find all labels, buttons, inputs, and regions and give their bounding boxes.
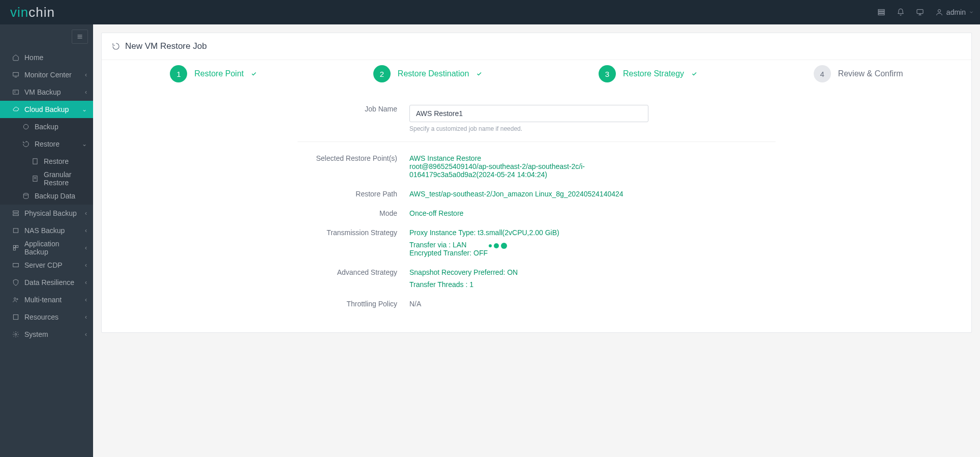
monitor-icon[interactable] bbox=[916, 8, 924, 16]
topbar: vinchin admin bbox=[0, 0, 980, 24]
sidebar-item-app[interactable]: Application Backup ‹ bbox=[0, 239, 93, 256]
sidebar: Home Monitor Center ‹ VM Backup ‹ Cloud … bbox=[0, 24, 93, 457]
sidebar-item-cloudbackup[interactable]: Cloud Backup ⌄ bbox=[0, 101, 93, 118]
sidebar-item-home[interactable]: Home bbox=[0, 49, 93, 66]
sidebar-item-label: NAS Backup bbox=[24, 226, 65, 235]
sidebar-item-label: Resources bbox=[24, 313, 58, 321]
sidebar-item-label: Restore bbox=[35, 140, 60, 148]
user-menu[interactable]: admin bbox=[935, 8, 974, 16]
value-mode: Once-off Restore bbox=[409, 206, 776, 217]
chevron-left-icon: ‹ bbox=[85, 262, 87, 269]
row-restore-points: Selected Restore Point(s) AWS Instance R… bbox=[298, 147, 776, 183]
trans-proxy: Proxy Instance Type: t3.small(2vCPU,2.00… bbox=[409, 228, 776, 237]
svg-point-7 bbox=[23, 124, 28, 129]
topbar-right: admin bbox=[877, 8, 974, 16]
brand-logo: vinchin bbox=[10, 5, 55, 20]
chevron-down-icon: ⌄ bbox=[82, 140, 87, 148]
trans-via: Transfer via : LAN bbox=[409, 241, 466, 249]
svg-rect-8 bbox=[33, 159, 37, 164]
step-restore-destination[interactable]: 2 Restore Destination bbox=[373, 65, 483, 82]
sidebar-item-physical[interactable]: Physical Backup ‹ bbox=[0, 205, 93, 222]
sidebar-toggle-button[interactable] bbox=[72, 30, 88, 44]
svg-point-19 bbox=[17, 299, 18, 300]
sidebar-item-monitor[interactable]: Monitor Center ‹ bbox=[0, 66, 93, 83]
brand-part2: chin bbox=[28, 5, 55, 20]
chevron-down-icon bbox=[969, 10, 974, 15]
label-transmission: Transmission Strategy bbox=[298, 225, 409, 237]
svg-rect-3 bbox=[917, 10, 923, 14]
chevron-left-icon: ‹ bbox=[85, 296, 87, 303]
chevron-left-icon: ‹ bbox=[85, 279, 87, 286]
value-restore-points: AWS Instance Restore root@896525409140/a… bbox=[409, 151, 776, 179]
step-review-confirm[interactable]: 4 Review & Confirm bbox=[814, 65, 903, 82]
sidebar-sub2-granular[interactable]: Granular Restore bbox=[0, 170, 93, 187]
sidebar-item-tenant[interactable]: Multi-tenant ‹ bbox=[0, 291, 93, 308]
sidebar-item-label: Application Backup bbox=[24, 240, 80, 256]
stack-icon bbox=[22, 192, 29, 199]
value-job-name: Specify a customized job name if needed. bbox=[409, 102, 776, 132]
sidebar-item-nas[interactable]: NAS Backup ‹ bbox=[0, 222, 93, 239]
page-header: New VM Restore Job bbox=[102, 33, 971, 60]
divider bbox=[298, 141, 776, 142]
svg-rect-11 bbox=[13, 211, 19, 213]
page-title: New VM Restore Job bbox=[125, 41, 207, 51]
step-number: 3 bbox=[599, 65, 616, 82]
circle-icon bbox=[22, 123, 29, 130]
sidebar-sub2-restore[interactable]: Restore bbox=[0, 153, 93, 170]
main-content: New VM Restore Job 1 Restore Point 2 Res… bbox=[93, 24, 980, 457]
server-icon bbox=[12, 210, 19, 217]
sidebar-item-resources[interactable]: Resources ‹ bbox=[0, 308, 93, 326]
svg-rect-5 bbox=[13, 72, 19, 76]
step-label: Restore Strategy bbox=[623, 69, 684, 78]
step-restore-strategy[interactable]: 3 Restore Strategy bbox=[599, 65, 697, 82]
chevron-left-icon: ‹ bbox=[85, 89, 87, 96]
sidebar-item-label: Restore bbox=[44, 157, 69, 165]
value-transmission: Proxy Instance Type: t3.small(2vCPU,2.00… bbox=[409, 225, 776, 257]
step-label: Review & Confirm bbox=[838, 69, 903, 78]
label-mode: Mode bbox=[298, 206, 409, 217]
sidebar-item-cdp[interactable]: Server CDP ‹ bbox=[0, 256, 93, 274]
bell-icon[interactable] bbox=[897, 8, 905, 16]
sidebar-item-label: Backup bbox=[35, 123, 58, 131]
check-icon bbox=[476, 71, 482, 77]
svg-rect-20 bbox=[13, 315, 18, 319]
chevron-left-icon: ‹ bbox=[85, 210, 87, 217]
brand-part1: vin bbox=[10, 5, 28, 20]
doc-icon bbox=[32, 158, 39, 165]
sidebar-item-system[interactable]: System ‹ bbox=[0, 326, 93, 343]
sidebar-item-label: VM Backup bbox=[24, 88, 61, 96]
svg-point-4 bbox=[938, 10, 940, 12]
chevron-left-icon: ‹ bbox=[85, 244, 87, 251]
sidebar-item-label: Home bbox=[24, 53, 43, 62]
hamburger-icon bbox=[76, 34, 83, 40]
label-restore-points: Selected Restore Point(s) bbox=[298, 151, 409, 162]
user-name: admin bbox=[946, 8, 966, 16]
job-name-input[interactable] bbox=[409, 105, 648, 122]
job-name-help: Specify a customized job name if needed. bbox=[409, 125, 776, 132]
monitor-sm-icon bbox=[12, 71, 19, 78]
row-transmission: Transmission Strategy Proxy Instance Typ… bbox=[298, 221, 776, 261]
sidebar-item-resilience[interactable]: Data Resilience ‹ bbox=[0, 274, 93, 291]
page-card: New VM Restore Job 1 Restore Point 2 Res… bbox=[101, 33, 972, 333]
svg-rect-1 bbox=[878, 12, 884, 13]
row-restore-path: Restore Path AWS_test/ap-southeast-2/Jon… bbox=[298, 183, 776, 202]
sidebar-sub-backupdata[interactable]: Backup Data bbox=[0, 187, 93, 205]
restore-icon bbox=[22, 140, 29, 148]
svg-rect-2 bbox=[878, 14, 884, 15]
label-job-name: Job Name bbox=[298, 102, 409, 113]
user-icon bbox=[935, 8, 943, 16]
sidebar-sub-backup[interactable]: Backup bbox=[0, 118, 93, 135]
svg-rect-13 bbox=[13, 228, 18, 233]
chevron-down-icon: ⌄ bbox=[82, 106, 87, 113]
home-icon bbox=[12, 54, 19, 61]
sidebar-sub-restore[interactable]: Restore ⌄ bbox=[0, 135, 93, 153]
step-restore-point[interactable]: 1 Restore Point bbox=[170, 65, 257, 82]
body-row: Home Monitor Center ‹ VM Backup ‹ Cloud … bbox=[0, 24, 980, 457]
doc2-icon bbox=[32, 175, 39, 182]
sidebar-item-vmbackup[interactable]: VM Backup ‹ bbox=[0, 83, 93, 101]
svg-rect-16 bbox=[13, 248, 15, 250]
sidebar-item-label: Granular Restore bbox=[44, 170, 87, 187]
restore-points-detail: root@896525409140/ap-southeast-2/ap-sout… bbox=[409, 162, 643, 179]
list-icon[interactable] bbox=[877, 8, 885, 16]
chevron-left-icon: ‹ bbox=[85, 227, 87, 234]
